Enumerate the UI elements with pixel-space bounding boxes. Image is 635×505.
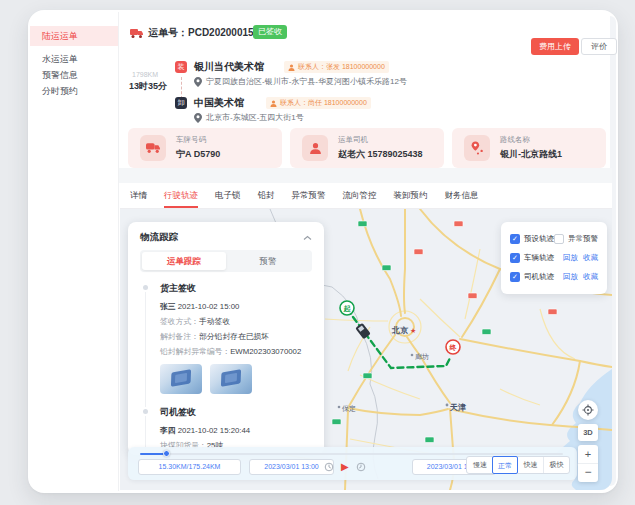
origin-address: 宁夏回族自治区-银川市-永宁县-华夏河图小镇禾乐路12号 [194, 76, 407, 87]
entry-time: 2021-10-02 15:00 [178, 302, 240, 311]
entry-title: 货主签收 [160, 282, 314, 295]
truck-icon [130, 28, 144, 39]
field-label: 解封备注： [160, 332, 199, 341]
tab-seal[interactable]: 铅封 [258, 183, 275, 208]
speed-max[interactable]: 极快 [543, 457, 569, 473]
track-legend-panel: 预设轨迹 异常预警 车辆轨迹 回放收藏 司机轨迹 回放收藏 [501, 222, 607, 294]
plate-value: 宁A D5790 [176, 148, 220, 161]
map-zoom-control: + − [578, 445, 598, 482]
driver-track-checkbox[interactable] [510, 272, 520, 282]
tab-flow-control[interactable]: 流向管控 [343, 183, 377, 208]
section-gap [119, 168, 612, 183]
playback-slider-track[interactable] [140, 453, 563, 455]
speed-fast[interactable]: 快速 [517, 457, 543, 473]
play-button-icon[interactable]: ▶ [341, 460, 349, 474]
tab-driving-track[interactable]: 行驶轨迹 [164, 183, 198, 208]
person-icon [270, 100, 277, 107]
plate-label: 车牌号码 [176, 135, 206, 145]
slow-step-icon[interactable] [324, 462, 334, 472]
logistics-tracking-panel: 物流跟踪 运单跟踪 预警 货主签收 张三 2021-10-02 15:00 签收… [128, 222, 324, 455]
tab-loading-booking[interactable]: 装卸预约 [394, 183, 428, 208]
destination-address-text: 北京市-东城区-五四大街1号 [206, 112, 304, 123]
driver-label: 运单司机 [338, 135, 368, 145]
tracking-panel-title: 物流跟踪 [140, 231, 178, 244]
tab-finance-info[interactable]: 财务信息 [445, 183, 479, 208]
origin-address-text: 宁夏回族自治区-银川市-永宁县-华夏河图小镇禾乐路12号 [206, 76, 407, 87]
tab-warning[interactable]: 预警 [226, 252, 310, 270]
unload-marker-icon: 卸 [175, 97, 187, 109]
tab-waybill-tracking[interactable]: 运单跟踪 [142, 252, 226, 270]
detail-tabs: 详情 行驶轨迹 电子锁 铅封 异常预警 流向管控 装卸预约 财务信息 [120, 183, 612, 209]
route-duration: 13时35分 [129, 80, 167, 93]
truck-icon [140, 135, 166, 161]
driver-icon [302, 135, 328, 161]
map-canvas[interactable]: 北京 ★ 廊坊 保定 天津 起 终 [120, 209, 612, 490]
city-label-beijing: 北京 [391, 326, 409, 335]
svg-text:起: 起 [343, 305, 352, 313]
status-badge: 已签收 [253, 25, 287, 39]
route-connector [181, 77, 182, 99]
route-value: 银川-北京路线1 [500, 148, 562, 161]
tracking-entries: 货主签收 张三 2021-10-02 15:00 签收方式：手动签收 解封备注：… [128, 272, 324, 455]
route-end-marker[interactable]: 终 [446, 340, 460, 354]
abnormal-alert-label: 异常预警 [568, 234, 598, 244]
preset-track-label: 预设轨迹 [524, 234, 554, 244]
vehicle-replay-link[interactable]: 回放 [563, 253, 578, 263]
origin-contact: 联系人：张发 18100000000 [284, 61, 389, 73]
seal-photo-thumbnail[interactable] [210, 364, 252, 394]
route-label: 路线名称 [500, 135, 530, 145]
driver-favorite-link[interactable]: 收藏 [583, 272, 598, 282]
city-label-langfang: 廊坊 [415, 353, 429, 361]
origin-contact-text: 联系人：张发 18100000000 [298, 62, 385, 72]
entry-title: 司机签收 [160, 406, 314, 419]
collapse-chevron-icon[interactable] [303, 235, 312, 241]
pin-icon [194, 113, 202, 123]
tracking-tab-group: 运单跟踪 预警 [140, 250, 312, 272]
sidebar-divider [118, 12, 119, 491]
crosshair-icon [582, 404, 594, 416]
destination-name: 中国美术馆 [194, 96, 244, 110]
zoom-in-button[interactable]: + [578, 445, 598, 464]
vehicle-track-checkbox[interactable] [510, 253, 520, 263]
tracking-entry: 货主签收 张三 2021-10-02 15:00 签收方式：手动签收 解封备注：… [160, 282, 314, 394]
field-label: 签收方式： [160, 317, 199, 326]
field-value: 部分铅封存在已损坏 [199, 332, 269, 341]
tab-abnormal-alert[interactable]: 异常预警 [292, 183, 326, 208]
field-value: 手动签收 [199, 317, 230, 326]
map-3d-button[interactable]: 3D [578, 424, 598, 441]
destination-contact-text: 联系人：尚任 18100000000 [280, 98, 367, 108]
destination-address: 北京市-东城区-五四大街1号 [194, 112, 304, 123]
vehicle-track-label: 车辆轨迹 [524, 253, 554, 263]
pin-icon [194, 77, 202, 87]
playback-controls: ▶ [324, 460, 366, 474]
route-start-marker[interactable]: 起 [340, 301, 354, 315]
origin-name: 银川当代美术馆 [194, 60, 264, 74]
waybill-number: 运单号：PCD20200015 [148, 26, 254, 40]
rate-button[interactable]: 评价 [581, 38, 617, 55]
tab-detail[interactable]: 详情 [130, 183, 147, 208]
zoom-out-button[interactable]: − [578, 464, 598, 482]
upload-fee-button[interactable]: 费用上传 [531, 38, 579, 55]
svg-text:终: 终 [449, 344, 458, 351]
destination-contact: 联系人：尚任 18100000000 [266, 97, 371, 109]
speed-selector: 慢速 正常 快速 极快 [466, 456, 570, 474]
speed-normal[interactable]: 正常 [492, 456, 518, 474]
entry-time: 2021-10-02 15:20:44 [178, 426, 250, 435]
driver-replay-link[interactable]: 回放 [563, 272, 578, 282]
preset-track-checkbox[interactable] [510, 234, 520, 244]
tab-elock[interactable]: 电子锁 [215, 183, 241, 208]
playback-slider-handle[interactable] [163, 450, 170, 457]
speed-slow[interactable]: 慢速 [467, 457, 493, 473]
seal-photo-thumbnail[interactable] [160, 364, 202, 394]
start-time-box[interactable]: 2023/03/01 13:00 [249, 459, 334, 475]
entry-person: 李四 [160, 426, 176, 435]
abnormal-alert-checkbox[interactable] [554, 234, 564, 244]
locate-button[interactable] [578, 400, 598, 420]
driver-track-label: 司机轨迹 [524, 272, 554, 282]
driver-value: 赵老六 15789025438 [338, 148, 423, 161]
fast-step-icon[interactable] [356, 462, 366, 472]
sidebar-item-land-waybill[interactable]: 陆运运单 [30, 26, 118, 46]
route-distance: 1798KM [132, 71, 158, 78]
vehicle-favorite-link[interactable]: 收藏 [583, 253, 598, 263]
sidebar-item-time-booking[interactable]: 分时预约 [30, 82, 118, 100]
